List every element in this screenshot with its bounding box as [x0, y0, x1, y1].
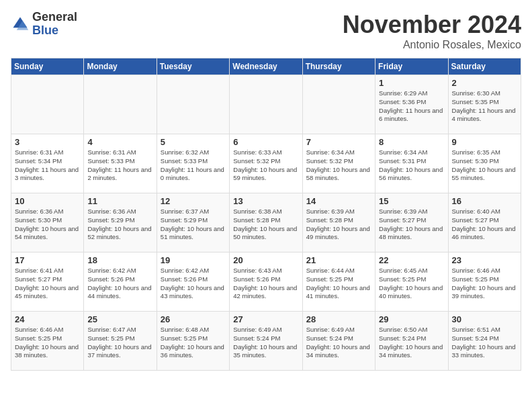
- calendar-cell: 19Sunrise: 6:42 AM Sunset: 5:26 PM Dayli…: [157, 253, 229, 312]
- calendar-cell: [302, 75, 375, 134]
- logo-icon: [11, 15, 30, 34]
- calendar-header-wednesday: Wednesday: [230, 58, 302, 75]
- logo-blue: Blue: [32, 24, 58, 37]
- calendar-cell: 17Sunrise: 6:41 AM Sunset: 5:27 PM Dayli…: [11, 253, 84, 312]
- calendar-header-friday: Friday: [375, 58, 448, 75]
- day-number: 9: [452, 137, 517, 147]
- day-info: Sunrise: 6:35 AM Sunset: 5:30 PM Dayligh…: [452, 148, 517, 183]
- calendar-header-row: SundayMondayTuesdayWednesdayThursdayFrid…: [11, 58, 521, 75]
- day-number: 19: [161, 255, 226, 265]
- day-info: Sunrise: 6:34 AM Sunset: 5:31 PM Dayligh…: [379, 148, 444, 183]
- day-info: Sunrise: 6:36 AM Sunset: 5:30 PM Dayligh…: [15, 208, 80, 242]
- day-number: 29: [379, 314, 444, 324]
- day-info: Sunrise: 6:34 AM Sunset: 5:32 PM Dayligh…: [306, 148, 371, 183]
- day-info: Sunrise: 6:51 AM Sunset: 5:24 PM Dayligh…: [452, 326, 517, 360]
- day-number: 1: [379, 78, 444, 88]
- calendar-cell: 5Sunrise: 6:32 AM Sunset: 5:33 PM Daylig…: [157, 134, 229, 193]
- calendar-cell: 1Sunrise: 6:29 AM Sunset: 5:36 PM Daylig…: [375, 75, 448, 134]
- logo: General Blue: [11, 11, 77, 38]
- day-number: 18: [87, 255, 152, 265]
- calendar-cell: 6Sunrise: 6:33 AM Sunset: 5:32 PM Daylig…: [230, 134, 302, 193]
- day-number: 4: [87, 137, 152, 147]
- day-info: Sunrise: 6:32 AM Sunset: 5:33 PM Dayligh…: [161, 148, 226, 183]
- day-info: Sunrise: 6:29 AM Sunset: 5:36 PM Dayligh…: [379, 89, 444, 124]
- calendar-cell: 18Sunrise: 6:42 AM Sunset: 5:26 PM Dayli…: [84, 253, 157, 312]
- day-number: 13: [233, 196, 298, 206]
- calendar-cell: 24Sunrise: 6:46 AM Sunset: 5:25 PM Dayli…: [11, 312, 84, 371]
- calendar-header-monday: Monday: [84, 58, 157, 75]
- day-number: 3: [15, 137, 80, 147]
- calendar-cell: 25Sunrise: 6:47 AM Sunset: 5:25 PM Dayli…: [84, 312, 157, 371]
- day-info: Sunrise: 6:44 AM Sunset: 5:25 PM Dayligh…: [306, 267, 371, 301]
- calendar-header-thursday: Thursday: [302, 58, 375, 75]
- calendar-cell: [11, 75, 84, 134]
- location-subtitle: Antonio Rosales, Mexico: [343, 39, 521, 51]
- calendar-week-row: 1Sunrise: 6:29 AM Sunset: 5:36 PM Daylig…: [11, 75, 521, 134]
- day-info: Sunrise: 6:37 AM Sunset: 5:29 PM Dayligh…: [161, 208, 226, 242]
- calendar-cell: 3Sunrise: 6:31 AM Sunset: 5:34 PM Daylig…: [11, 134, 84, 193]
- day-info: Sunrise: 6:45 AM Sunset: 5:25 PM Dayligh…: [379, 267, 444, 301]
- logo-general: General: [32, 10, 77, 24]
- day-info: Sunrise: 6:33 AM Sunset: 5:32 PM Dayligh…: [233, 148, 298, 183]
- calendar-table: SundayMondayTuesdayWednesdayThursdayFrid…: [11, 58, 521, 371]
- day-number: 17: [15, 255, 80, 265]
- day-info: Sunrise: 6:48 AM Sunset: 5:25 PM Dayligh…: [161, 326, 226, 360]
- day-info: Sunrise: 6:42 AM Sunset: 5:26 PM Dayligh…: [161, 267, 226, 301]
- day-info: Sunrise: 6:47 AM Sunset: 5:25 PM Dayligh…: [87, 326, 152, 360]
- day-number: 12: [161, 196, 226, 206]
- calendar-header-tuesday: Tuesday: [157, 58, 229, 75]
- calendar-week-row: 3Sunrise: 6:31 AM Sunset: 5:34 PM Daylig…: [11, 134, 521, 193]
- day-number: 10: [15, 196, 80, 206]
- calendar-cell: 29Sunrise: 6:50 AM Sunset: 5:24 PM Dayli…: [375, 312, 448, 371]
- calendar-cell: 28Sunrise: 6:49 AM Sunset: 5:24 PM Dayli…: [302, 312, 375, 371]
- day-number: 7: [306, 137, 371, 147]
- day-info: Sunrise: 6:39 AM Sunset: 5:27 PM Dayligh…: [379, 208, 444, 242]
- day-info: Sunrise: 6:49 AM Sunset: 5:24 PM Dayligh…: [306, 326, 371, 360]
- calendar-cell: 13Sunrise: 6:38 AM Sunset: 5:28 PM Dayli…: [230, 193, 302, 253]
- day-number: 30: [452, 314, 517, 324]
- calendar-cell: 22Sunrise: 6:45 AM Sunset: 5:25 PM Dayli…: [375, 253, 448, 312]
- day-number: 16: [452, 196, 517, 206]
- calendar-cell: 12Sunrise: 6:37 AM Sunset: 5:29 PM Dayli…: [157, 193, 229, 253]
- day-info: Sunrise: 6:39 AM Sunset: 5:28 PM Dayligh…: [306, 208, 371, 242]
- title-block: November 2024 Antonio Rosales, Mexico: [343, 11, 521, 51]
- day-info: Sunrise: 6:50 AM Sunset: 5:24 PM Dayligh…: [379, 326, 444, 360]
- day-info: Sunrise: 6:41 AM Sunset: 5:27 PM Dayligh…: [15, 267, 80, 301]
- calendar-cell: 15Sunrise: 6:39 AM Sunset: 5:27 PM Dayli…: [375, 193, 448, 253]
- calendar-cell: 7Sunrise: 6:34 AM Sunset: 5:32 PM Daylig…: [302, 134, 375, 193]
- day-info: Sunrise: 6:31 AM Sunset: 5:34 PM Dayligh…: [15, 148, 80, 183]
- day-info: Sunrise: 6:46 AM Sunset: 5:25 PM Dayligh…: [15, 326, 80, 360]
- day-number: 24: [15, 314, 80, 324]
- day-info: Sunrise: 6:30 AM Sunset: 5:35 PM Dayligh…: [452, 89, 517, 124]
- day-number: 11: [87, 196, 152, 206]
- calendar-cell: 30Sunrise: 6:51 AM Sunset: 5:24 PM Dayli…: [448, 312, 521, 371]
- day-number: 15: [379, 196, 444, 206]
- day-number: 14: [306, 196, 371, 206]
- page-header: General Blue November 2024 Antonio Rosal…: [11, 11, 521, 51]
- day-info: Sunrise: 6:38 AM Sunset: 5:28 PM Dayligh…: [233, 208, 298, 242]
- day-info: Sunrise: 6:40 AM Sunset: 5:27 PM Dayligh…: [452, 208, 517, 242]
- day-info: Sunrise: 6:36 AM Sunset: 5:29 PM Dayligh…: [87, 208, 152, 242]
- day-info: Sunrise: 6:31 AM Sunset: 5:33 PM Dayligh…: [87, 148, 152, 183]
- day-number: 23: [452, 255, 517, 265]
- calendar-cell: 9Sunrise: 6:35 AM Sunset: 5:30 PM Daylig…: [448, 134, 521, 193]
- calendar-cell: 23Sunrise: 6:46 AM Sunset: 5:25 PM Dayli…: [448, 253, 521, 312]
- calendar-week-row: 24Sunrise: 6:46 AM Sunset: 5:25 PM Dayli…: [11, 312, 521, 371]
- day-number: 28: [306, 314, 371, 324]
- day-number: 5: [161, 137, 226, 147]
- calendar-cell: [230, 75, 302, 134]
- calendar-header-saturday: Saturday: [448, 58, 521, 75]
- calendar-cell: 20Sunrise: 6:43 AM Sunset: 5:26 PM Dayli…: [230, 253, 302, 312]
- day-number: 27: [233, 314, 298, 324]
- calendar-cell: 2Sunrise: 6:30 AM Sunset: 5:35 PM Daylig…: [448, 75, 521, 134]
- calendar-cell: 16Sunrise: 6:40 AM Sunset: 5:27 PM Dayli…: [448, 193, 521, 253]
- day-number: 21: [306, 255, 371, 265]
- logo-text: General Blue: [32, 11, 77, 38]
- calendar-cell: 11Sunrise: 6:36 AM Sunset: 5:29 PM Dayli…: [84, 193, 157, 253]
- day-number: 6: [233, 137, 298, 147]
- calendar-cell: [157, 75, 229, 134]
- calendar-cell: 26Sunrise: 6:48 AM Sunset: 5:25 PM Dayli…: [157, 312, 229, 371]
- calendar-cell: 14Sunrise: 6:39 AM Sunset: 5:28 PM Dayli…: [302, 193, 375, 253]
- day-number: 8: [379, 137, 444, 147]
- calendar-cell: 4Sunrise: 6:31 AM Sunset: 5:33 PM Daylig…: [84, 134, 157, 193]
